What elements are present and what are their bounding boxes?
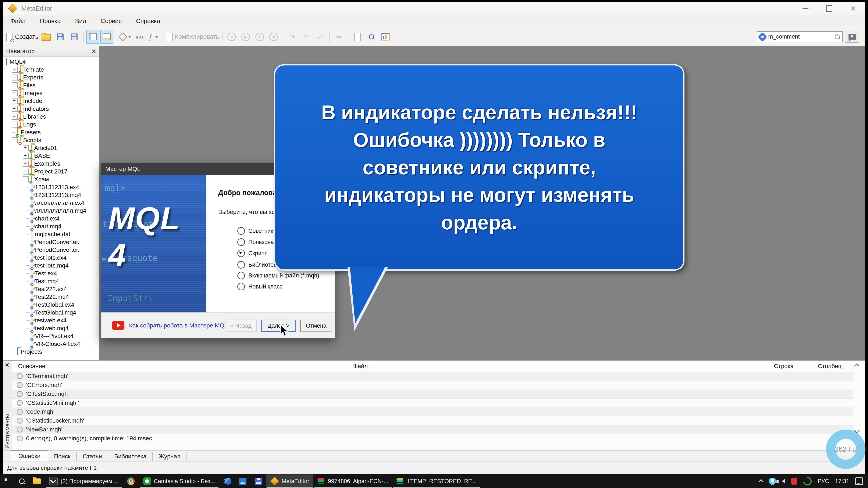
error-row[interactable]: 'CTerminal.mqh' <box>12 372 854 381</box>
tree-item[interactable]: Projects <box>3 348 99 356</box>
taskbar-mt4-terminal-2-button[interactable]: 1TEMP_RESTORED_RE... <box>393 475 481 488</box>
menu-item-2[interactable]: Вид <box>68 15 93 27</box>
taskbar-file-explorer-button[interactable] <box>29 475 45 488</box>
scroll-up-icon[interactable] <box>854 363 860 369</box>
taskbar-metaeditor-button[interactable]: MetaEditor <box>267 475 314 488</box>
search-icon[interactable] <box>835 34 840 39</box>
tree-item[interactable]: Presets <box>3 128 99 136</box>
taskbar-photos-button[interactable] <box>235 475 251 488</box>
menu-item-4[interactable]: Справка <box>129 15 167 27</box>
wizard-option-3[interactable]: Библиотека <box>237 261 280 268</box>
expand-icon[interactable] <box>12 67 18 73</box>
continue-button[interactable]: ⇒ <box>332 30 345 44</box>
toggle-navigator-button[interactable] <box>86 30 99 44</box>
expand-icon[interactable] <box>23 145 29 151</box>
tray-audio-icon[interactable] <box>782 479 785 484</box>
new-file-button[interactable]: Создать <box>6 30 39 44</box>
error-row[interactable]: 0 error(s), 0 warning(s), compile time: … <box>12 434 854 443</box>
tree-item[interactable]: VR---Pivot.ex4 <box>3 332 99 340</box>
tree-item[interactable]: TestGlobal.mq4 <box>3 308 99 317</box>
tree-item[interactable]: ллллллллллл.mq4 <box>3 207 99 215</box>
tree-item[interactable]: Images <box>3 89 99 97</box>
minimize-button[interactable] <box>794 2 817 15</box>
tree-item[interactable]: Test.mq4 <box>3 277 99 285</box>
tree-item[interactable]: 1231312313.mq4 <box>3 191 99 199</box>
step-out-button[interactable]: ⇄ <box>314 30 327 44</box>
tree-item[interactable]: chart.ex4 <box>3 215 99 222</box>
tree-item[interactable]: MQL4 <box>3 58 99 66</box>
next-button[interactable]: Далее > <box>261 320 296 332</box>
tree-item[interactable]: Files <box>3 82 99 89</box>
radio-icon[interactable] <box>237 238 245 246</box>
tab-Поиск[interactable]: Поиск <box>48 452 77 461</box>
expand-icon[interactable] <box>12 122 18 128</box>
tree-item[interactable]: Test222.ex4 <box>3 285 99 293</box>
tray-clock[interactable]: 17:31 <box>835 478 849 485</box>
taskbar-taskbar-search-button[interactable] <box>15 475 29 488</box>
tree-item[interactable]: Libraries <box>3 113 99 121</box>
tree-item[interactable]: mqlcache.dat <box>3 230 99 238</box>
navigator-close-icon[interactable] <box>91 49 96 54</box>
expand-icon[interactable] <box>23 169 29 174</box>
expand-icon[interactable] <box>12 98 18 104</box>
toggle-toolbox-button[interactable] <box>100 30 113 44</box>
open-file-button[interactable] <box>40 30 53 44</box>
tab-Ошибки[interactable]: Ошибки <box>11 451 48 462</box>
youtube-link[interactable]: Как собрать робота в Мастере MQL5 <box>129 322 231 329</box>
maximize-button[interactable] <box>817 2 841 15</box>
tray-record-icon[interactable] <box>791 478 797 485</box>
tree-item[interactable]: PeriodConverter. <box>3 246 99 254</box>
error-row[interactable]: 'CStatisticMini.mqh ' <box>12 398 854 408</box>
tree-item[interactable]: Article01 <box>3 144 99 152</box>
compile-button[interactable]: Компилировать <box>165 30 220 44</box>
collapse-icon[interactable] <box>12 137 18 143</box>
taskbar-video-player-button[interactable]: (2) Программируем ... <box>45 475 123 488</box>
insert-variable-button[interactable]: var <box>133 30 146 44</box>
toolbox-close-icon[interactable] <box>5 363 9 367</box>
tree-item[interactable]: Scripts <box>3 136 99 144</box>
tab-Журнал[interactable]: Журнал <box>153 452 187 461</box>
styles-button[interactable] <box>119 30 132 44</box>
expand-icon[interactable] <box>12 114 18 120</box>
tray-language[interactable]: РУС <box>817 478 829 485</box>
taskbar-visual-studio-button[interactable] <box>219 475 235 488</box>
tree-item[interactable]: BASE <box>3 152 99 160</box>
expand-icon[interactable] <box>12 90 18 96</box>
taskbar-save-app-button[interactable] <box>251 475 267 488</box>
debug-stop-button[interactable]: ■ <box>267 30 280 44</box>
tree-item[interactable]: Examples <box>3 160 99 167</box>
debug-pause-button[interactable]: ‖ <box>253 30 266 44</box>
expand-icon[interactable] <box>12 106 18 112</box>
tree-item[interactable]: TestGlobal.ex4 <box>3 301 99 308</box>
column-description[interactable]: Описание <box>18 363 45 369</box>
error-row[interactable]: 'code.mqh' <box>12 407 854 416</box>
error-row[interactable]: 'CErrors.mqh' <box>12 381 854 390</box>
taskbar-camtasia-button[interactable]: Camtasia Studio - Без... <box>139 475 219 488</box>
error-row[interactable]: 'CTestStop.mqh ' <box>12 390 854 399</box>
gear-icon[interactable] <box>759 34 766 40</box>
tree-item[interactable]: ллллллллллл.ex4 <box>3 199 99 207</box>
wizard-option-selected[interactable]: Скрипт <box>237 250 267 257</box>
tree-item[interactable]: Test.ex4 <box>3 269 99 277</box>
tree-item[interactable]: testweb.ex4 <box>3 317 99 324</box>
save-button[interactable] <box>54 30 67 44</box>
search-files-button[interactable] <box>365 30 378 44</box>
tab-Статьи[interactable]: Статьи <box>77 452 108 461</box>
error-row[interactable]: 'CStatisticLocker.mqh' <box>12 416 854 425</box>
radio-icon[interactable] <box>237 272 245 280</box>
tree-item[interactable]: Test222.mq4 <box>3 293 99 301</box>
insert-function-button[interactable]: ƒ <box>147 30 160 44</box>
radio-icon[interactable] <box>237 283 245 290</box>
tree-item[interactable]: Project 2017 <box>3 167 99 175</box>
error-row[interactable]: 'NewBar.mqh' <box>12 425 854 434</box>
step-into-button[interactable]: ↷ <box>286 30 299 44</box>
radio-icon[interactable] <box>237 227 245 235</box>
tree-item[interactable]: Include <box>3 97 99 105</box>
tray-assistant-icon[interactable] <box>769 478 776 485</box>
debug-restart-button[interactable]: ↺ <box>225 30 238 44</box>
cancel-button[interactable]: Отмена <box>300 320 332 332</box>
expand-icon[interactable] <box>12 74 18 80</box>
tree-item[interactable]: PeriodConverter. <box>3 238 99 246</box>
action-center-icon[interactable] <box>855 478 863 485</box>
column-line[interactable]: Строка <box>774 363 794 369</box>
